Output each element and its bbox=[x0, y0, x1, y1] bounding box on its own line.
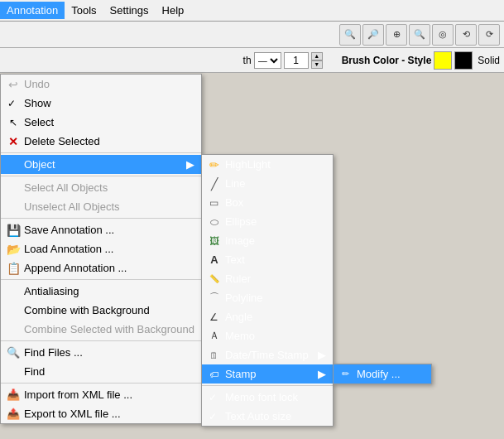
sub-ruler[interactable]: 📏 Ruler bbox=[202, 269, 333, 288]
sub-datetime[interactable]: 🗓 Date/Time Stamp ▶ bbox=[202, 345, 333, 364]
text-label: Text bbox=[225, 253, 245, 266]
delete-label: Delete Selected bbox=[24, 135, 100, 147]
show-check: ✓ bbox=[7, 98, 16, 109]
top-toolbar: 🔍 🔎 ⊕ 🔍 ◎ ⟲ ⟳ bbox=[0, 22, 504, 48]
width-dropdown[interactable]: — bbox=[254, 52, 281, 69]
sub-line[interactable]: ╱ Line bbox=[202, 174, 333, 193]
toolbar-btn-4[interactable]: 🔍 bbox=[409, 24, 430, 46]
image-label: Image bbox=[225, 234, 255, 247]
main-content: 🔍 🔎 ⊕ 🔍 ◎ ⟲ ⟳ th — ▲ ▼ Brush Color - Sty… bbox=[0, 22, 504, 439]
menu-item-combine[interactable]: Combine with Background bbox=[1, 301, 201, 320]
object-submenu: ✏ HighLight ╱ Line ▭ Box ⬭ Ellipse bbox=[201, 154, 334, 427]
width-label: th bbox=[243, 55, 252, 66]
menu-settings[interactable]: Settings bbox=[103, 2, 156, 19]
select-label: Select bbox=[24, 116, 54, 128]
width-input[interactable] bbox=[284, 52, 309, 69]
menu-item-antialiasing[interactable]: Antialiasing bbox=[1, 282, 201, 301]
angle-label: Angle bbox=[225, 311, 252, 323]
sub-text[interactable]: A Text bbox=[202, 250, 333, 269]
menu-help[interactable]: Help bbox=[156, 2, 191, 19]
undo-icon: ↩ bbox=[6, 77, 21, 92]
object-arrow: ▶ bbox=[178, 158, 194, 171]
ruler-icon: 📏 bbox=[207, 272, 222, 287]
menu-item-save[interactable]: 💾 Save Annotation ... bbox=[1, 220, 201, 239]
sub-text-auto-size[interactable]: ✓ Text Auto size bbox=[202, 407, 333, 426]
select-all-label: Select All Objects bbox=[24, 181, 108, 194]
undo-label: Undo bbox=[24, 78, 50, 90]
color-black[interactable] bbox=[454, 51, 473, 70]
menu-item-select-all[interactable]: Select All Objects bbox=[1, 178, 201, 197]
box-label: Box bbox=[225, 196, 243, 209]
menu-item-delete[interactable]: ✕ Delete Selected bbox=[1, 132, 201, 151]
menu-item-find-files[interactable]: 🔍 Find Files ... bbox=[1, 343, 201, 362]
toolbar-btn-3[interactable]: ⊕ bbox=[386, 24, 407, 46]
brush-color-label: Brush Color - Style bbox=[342, 55, 432, 66]
menu-tools[interactable]: Tools bbox=[65, 2, 103, 19]
menu-item-combine-selected[interactable]: Combine Selected with Background bbox=[1, 320, 201, 339]
menu-item-import-xml[interactable]: 📥 Import from XML file ... bbox=[1, 385, 201, 404]
import-icon: 📥 bbox=[6, 388, 21, 403]
annotation-dropdown: ↩ Undo ✓ Show ↖ Select ✕ Delete Selected… bbox=[0, 74, 202, 424]
sub-box[interactable]: ▭ Box bbox=[202, 193, 333, 212]
menu-item-find[interactable]: Find bbox=[1, 362, 201, 381]
toolbar-btn-1[interactable]: 🔍 bbox=[339, 24, 361, 46]
menu-item-load[interactable]: 📂 Load Annotation ... bbox=[1, 239, 201, 258]
sub-ellipse[interactable]: ⬭ Ellipse bbox=[202, 212, 333, 231]
datetime-icon: 🗓 bbox=[207, 348, 222, 363]
import-xml-label: Import from XML file ... bbox=[24, 388, 132, 401]
spin-down[interactable]: ▼ bbox=[311, 60, 323, 69]
ruler-label: Ruler bbox=[225, 273, 251, 285]
find-label: Find bbox=[24, 365, 45, 378]
line-icon: ╱ bbox=[207, 176, 222, 191]
sep-1 bbox=[1, 152, 201, 153]
memo-label: Memo bbox=[225, 330, 255, 342]
polyline-icon: ⌒ bbox=[207, 291, 222, 306]
polyline-label: Polyline bbox=[225, 292, 263, 304]
unselect-all-label: Unselect All Objects bbox=[24, 200, 120, 213]
sub-highlight[interactable]: ✏ HighLight bbox=[202, 155, 333, 174]
menu-item-append[interactable]: 📋 Append Annotation ... bbox=[1, 258, 201, 277]
toolbar-btn-5[interactable]: ◎ bbox=[432, 24, 454, 46]
modify-label: Modify ... bbox=[357, 368, 401, 380]
menu-annotation[interactable]: Annotation bbox=[0, 2, 65, 19]
box-icon: ▭ bbox=[207, 195, 222, 210]
combine-selected-label: Combine Selected with Background bbox=[24, 323, 194, 335]
sub-image[interactable]: 🖼 Image bbox=[202, 231, 333, 250]
toolbar-btn-2[interactable]: 🔎 bbox=[362, 24, 384, 46]
stamp-submenu: ✏ Modify ... bbox=[333, 364, 432, 384]
stamp-icon: 🏷 bbox=[207, 367, 222, 382]
color-yellow[interactable] bbox=[434, 51, 452, 70]
sep-2 bbox=[1, 176, 201, 176]
width-spinner[interactable]: ▲ ▼ bbox=[311, 52, 323, 69]
sep-6 bbox=[1, 383, 201, 384]
sub-polyline[interactable]: ⌒ Polyline bbox=[202, 288, 333, 307]
highlight-label: HighLight bbox=[225, 158, 271, 171]
sub-angle[interactable]: ∠ Angle bbox=[202, 307, 333, 326]
ellipse-icon: ⬭ bbox=[207, 215, 222, 229]
append-label: Append Annotation ... bbox=[24, 262, 127, 274]
sub-memo-font-lock[interactable]: ✓ Memo font lock bbox=[202, 388, 333, 407]
toolbar-btn-6[interactable]: ⟲ bbox=[455, 24, 477, 46]
memo-font-lock-label: Memo font lock bbox=[225, 391, 298, 403]
spin-up[interactable]: ▲ bbox=[311, 52, 323, 60]
sub-stamp[interactable]: 🏷 Stamp ▶ ✏ Modify ... bbox=[202, 364, 333, 384]
menu-item-select[interactable]: ↖ Select bbox=[1, 113, 201, 132]
find-files-label: Find Files ... bbox=[24, 346, 83, 359]
line-label: Line bbox=[225, 177, 246, 190]
menu-item-unselect-all[interactable]: Unselect All Objects bbox=[1, 197, 201, 216]
menu-item-undo[interactable]: ↩ Undo bbox=[1, 75, 201, 94]
toolbar-btn-7[interactable]: ⟳ bbox=[478, 24, 500, 46]
export-xml-label: Export to XML file ... bbox=[24, 408, 121, 420]
sub-memo[interactable]: Ａ Memo bbox=[202, 326, 333, 345]
solid-label: Solid bbox=[478, 55, 500, 66]
menu-bar: Annotation Tools Settings Help bbox=[0, 0, 504, 22]
stamp-modify[interactable]: ✏ Modify ... bbox=[334, 364, 431, 384]
menu-item-export-xml[interactable]: 📤 Export to XML file ... bbox=[1, 404, 201, 423]
second-toolbar: th — ▲ ▼ Brush Color - Style Solid bbox=[0, 48, 504, 73]
menu-item-object[interactable]: Object ▶ ✏ HighLight ╱ Line ▭ Box bbox=[1, 155, 201, 174]
save-icon: 💾 bbox=[6, 223, 21, 238]
save-label: Save Annotation ... bbox=[24, 224, 114, 236]
export-icon: 📤 bbox=[6, 407, 21, 422]
antialiasing-label: Antialiasing bbox=[24, 285, 79, 297]
menu-item-show[interactable]: ✓ Show bbox=[1, 94, 201, 113]
